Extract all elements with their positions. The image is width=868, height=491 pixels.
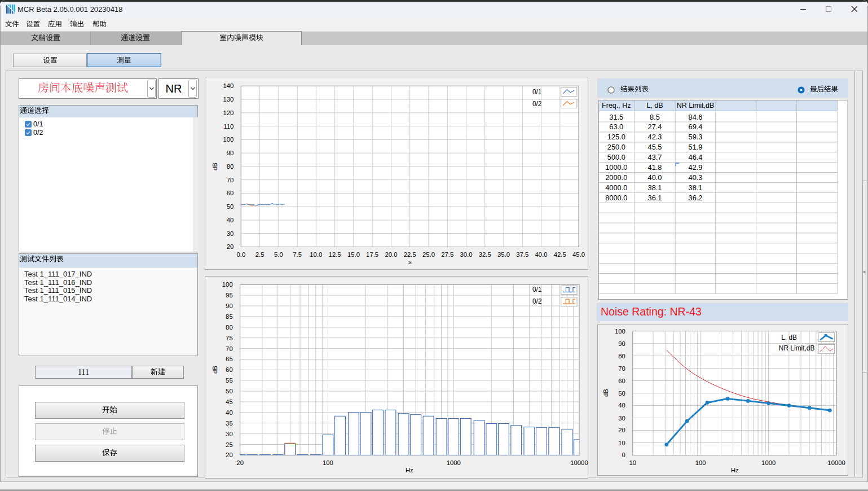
svg-text:40.0: 40.0: [535, 251, 548, 257]
svg-text:35: 35: [226, 419, 233, 426]
svg-text:25: 25: [226, 441, 233, 448]
svg-text:60: 60: [227, 190, 234, 196]
svg-text:0: 0: [622, 451, 625, 458]
svg-text:70: 70: [618, 365, 625, 371]
svg-text:7.5: 7.5: [293, 251, 302, 257]
svg-text:63.0: 63.0: [609, 122, 623, 131]
svg-text:2000.0: 2000.0: [605, 173, 627, 181]
svg-text:100: 100: [615, 327, 625, 334]
svg-text:55: 55: [226, 377, 233, 384]
svg-text:8.5: 8.5: [650, 112, 660, 121]
svg-text:30.0: 30.0: [460, 251, 472, 257]
svg-text:100: 100: [223, 136, 233, 143]
svg-text:5.0: 5.0: [274, 251, 283, 257]
svg-text:0/1: 0/1: [532, 285, 542, 293]
svg-text:27.4: 27.4: [647, 122, 662, 131]
svg-text:35.0: 35.0: [497, 251, 510, 257]
svg-text:100: 100: [323, 459, 333, 466]
svg-text:25.0: 25.0: [422, 251, 435, 257]
svg-text:40.0: 40.0: [647, 173, 662, 181]
svg-text:40: 40: [227, 216, 234, 223]
svg-text:69.4: 69.4: [688, 122, 702, 131]
svg-text:250.0: 250.0: [607, 143, 625, 151]
svg-text:Hz: Hz: [406, 467, 413, 474]
svg-text:90: 90: [227, 150, 234, 156]
svg-text:20.0: 20.0: [385, 251, 397, 257]
svg-text:42.3: 42.3: [647, 133, 662, 141]
svg-text:30: 30: [226, 430, 233, 437]
svg-text:125.0: 125.0: [607, 133, 625, 141]
svg-text:130: 130: [223, 96, 233, 103]
svg-text:NR Limit,dB: NR Limit,dB: [779, 344, 815, 352]
svg-text:0.0: 0.0: [236, 251, 245, 257]
svg-text:dB: dB: [602, 389, 609, 397]
svg-text:L, dB: L, dB: [646, 102, 663, 109]
svg-text:65: 65: [226, 356, 233, 362]
svg-text:36.1: 36.1: [647, 193, 662, 201]
svg-text:1000: 1000: [761, 459, 776, 466]
svg-text:41.8: 41.8: [647, 163, 662, 172]
svg-text:1000: 1000: [447, 459, 461, 466]
svg-text:38.1: 38.1: [688, 183, 702, 191]
svg-text:70: 70: [226, 345, 233, 352]
svg-text:dB: dB: [212, 366, 218, 374]
svg-text:2.5: 2.5: [255, 251, 265, 257]
svg-text:30: 30: [618, 414, 625, 421]
svg-text:84.6: 84.6: [688, 112, 702, 121]
svg-text:75: 75: [226, 334, 233, 341]
svg-text:20: 20: [618, 427, 625, 433]
svg-text:110: 110: [223, 122, 233, 129]
svg-text:30: 30: [227, 230, 234, 236]
svg-text:10000: 10000: [570, 459, 588, 466]
svg-text:8000.0: 8000.0: [605, 193, 627, 201]
svg-text:NR Limit,dB: NR Limit,dB: [676, 102, 714, 109]
svg-text:45: 45: [226, 398, 233, 405]
svg-text:s: s: [408, 258, 412, 265]
svg-text:10000: 10000: [827, 459, 845, 466]
svg-text:40.3: 40.3: [688, 173, 702, 181]
svg-text:85: 85: [226, 313, 233, 319]
svg-text:12.5: 12.5: [329, 251, 341, 257]
svg-text:43.7: 43.7: [647, 153, 662, 161]
svg-text:17.5: 17.5: [366, 251, 378, 257]
svg-text:36.2: 36.2: [688, 193, 702, 201]
svg-text:95: 95: [226, 292, 233, 299]
svg-text:20: 20: [226, 451, 233, 458]
svg-text:10: 10: [618, 439, 625, 446]
svg-text:90: 90: [618, 340, 625, 347]
svg-text:20: 20: [236, 459, 244, 466]
svg-text:40: 40: [618, 402, 625, 409]
svg-text:42.9: 42.9: [688, 163, 702, 172]
svg-text:45.5: 45.5: [647, 143, 662, 151]
svg-text:100: 100: [695, 459, 706, 466]
svg-text:46.4: 46.4: [688, 153, 702, 161]
svg-text:50: 50: [226, 388, 233, 394]
svg-text:22.5: 22.5: [404, 251, 416, 257]
svg-text:10.0: 10.0: [310, 251, 322, 257]
svg-text:L, dB: L, dB: [781, 333, 797, 341]
svg-text:0/2: 0/2: [532, 297, 542, 305]
svg-text:0/1: 0/1: [532, 87, 542, 95]
svg-text:42.5: 42.5: [554, 251, 566, 257]
svg-text:60: 60: [618, 377, 625, 384]
svg-text:15.0: 15.0: [347, 251, 360, 257]
svg-text:20: 20: [227, 243, 234, 250]
svg-text:120: 120: [223, 109, 233, 116]
svg-text:31.5: 31.5: [609, 112, 623, 121]
svg-text:1000.0: 1000.0: [605, 163, 627, 172]
svg-text:50: 50: [227, 203, 234, 210]
svg-text:10: 10: [629, 459, 637, 466]
svg-text:90: 90: [226, 303, 233, 309]
svg-text:59.3: 59.3: [688, 133, 702, 141]
svg-text:Hz: Hz: [731, 467, 739, 474]
svg-text:60: 60: [226, 366, 233, 373]
svg-text:32.5: 32.5: [479, 251, 491, 257]
svg-text:50: 50: [618, 389, 625, 396]
svg-text:70: 70: [227, 176, 234, 183]
svg-text:140: 140: [223, 82, 233, 89]
svg-text:80: 80: [618, 352, 625, 359]
svg-text:80: 80: [226, 323, 233, 330]
svg-text:500.0: 500.0: [607, 153, 625, 161]
svg-text:dB: dB: [212, 163, 218, 170]
svg-text:40: 40: [226, 409, 233, 415]
